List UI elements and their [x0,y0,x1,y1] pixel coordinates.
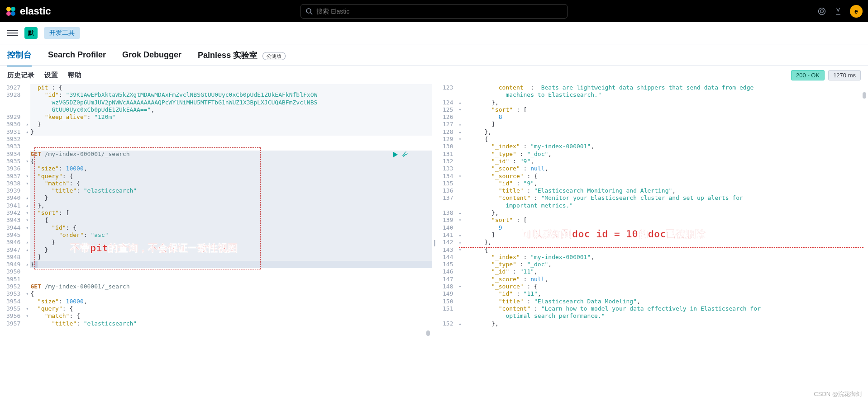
code-line: "content" : "Monitor your Elasticsearch … [463,194,868,202]
code-line: "id" : "11", [463,290,868,297]
code-line: content : Beats are lightweight data shi… [463,84,868,91]
code-line[interactable]: "match": { [30,312,432,320]
svg-line-1 [310,13,312,14]
request-actions [392,151,409,158]
code-line[interactable]: "id": "39K1AwEPbXktaW5kZXgtMDAwMDAxFmZvc… [30,91,432,99]
code-line: }, [463,128,868,136]
svg-point-0 [306,9,311,13]
search-input[interactable] [316,8,563,15]
code-line[interactable]: GET /my-index-000001/_search [30,283,432,290]
code-line[interactable] [30,268,432,275]
tab-search-profiler[interactable]: Search Profiler [48,45,106,65]
code-line[interactable]: } [30,261,432,268]
code-line[interactable]: "sort": [ [30,209,432,217]
wrench-icon[interactable] [402,151,409,158]
code-line: machines to Elasticsearch." [463,91,868,99]
code-line[interactable] [30,136,432,143]
code-line[interactable]: "size": 10000, [30,298,432,305]
code-line[interactable]: "order": "asc" [30,231,432,239]
console-workspace: 39273928 3929393039313932393339343935393… [0,84,868,401]
code-line[interactable]: pit : { [30,84,432,91]
code-line: ] [463,121,868,128]
elastic-logo[interactable]: elastic [5,5,51,17]
breadcrumb-devtools[interactable]: 开发工具 [44,27,80,39]
code-line[interactable]: "id": { [30,224,432,231]
code-line[interactable] [30,143,432,150]
run-icon[interactable] [392,151,399,158]
code-line: }, [463,99,868,106]
elastic-logo-icon [5,6,16,17]
response-scrollbar[interactable] [863,86,867,399]
request-editor[interactable]: 39273928 3929393039313932393339343935393… [0,84,432,401]
code-line: "_type" : "_doc", [463,151,868,158]
code-line: "_index" : "my-index-000001", [463,143,868,150]
code-line[interactable]: } [30,128,432,136]
watermark: CSDN @浣花御剑 [814,390,862,398]
panel-splitter[interactable] [432,84,436,401]
devtools-tabs: 控制台 Search Profiler Grok Debugger Painle… [0,44,868,66]
code-line[interactable]: ] [30,254,432,261]
code-line[interactable]: { [30,158,432,165]
code-line: "_index" : "my-index-000001", [463,254,868,261]
response-time-badge: 1270 ms [828,70,861,80]
code-line[interactable]: "title": "elasticsearch" [30,320,432,327]
code-line[interactable]: }, [30,202,432,209]
code-line: "title" : "Elasticsearch Monitoring and … [463,187,868,194]
code-line: optimal search performance." [463,312,868,320]
code-line[interactable]: } [30,121,432,128]
history-button[interactable]: 历史记录 [7,71,34,80]
code-line: "content" : "Learn how to model your dat… [463,305,868,312]
tab-grok-debugger[interactable]: Grok Debugger [122,45,181,65]
code-line: { [463,136,868,143]
code-line[interactable]: } [30,194,432,202]
code-line[interactable]: GtUU0Uyc0xCb0pUdE1ZUkEAAA==", [30,106,432,113]
tab-painless-lab[interactable]: Painless 实验室 公测版 [198,44,286,66]
setup-icon[interactable] [834,7,843,16]
code-line[interactable]: } [30,239,432,246]
code-line: "sort" : [ [463,217,868,224]
editor-scrollbar[interactable] [426,86,431,399]
space-badge[interactable]: 默 [24,27,38,39]
code-line: 8 [463,113,868,121]
global-search[interactable] [300,4,568,19]
code-line: 9 [463,224,868,231]
code-line[interactable]: "keep_alive": "120m" [30,113,432,121]
settings-button[interactable]: 设置 [44,71,58,80]
code-line[interactable]: "title": "elasticsearch" [30,187,432,194]
code-line: }, [463,239,868,246]
search-icon [305,8,313,15]
nav-toggle-button[interactable] [7,28,18,38]
code-line[interactable]: "query": { [30,305,432,312]
code-line: "_score" : null, [463,276,868,283]
brand-text: elastic [20,5,51,17]
help-button[interactable]: 帮助 [68,71,81,80]
code-line[interactable]: } [30,246,432,254]
code-line[interactable]: { [30,217,432,224]
code-line[interactable]: wzVG5DZ0p6UmJUV2pNWWcAAAAAAAAAQPcWYlNiMH… [30,99,432,106]
code-line: "id" : "9", [463,180,868,187]
svg-point-3 [820,9,824,13]
code-line: "_type" : "_doc", [463,261,868,268]
code-line[interactable]: "match": { [30,180,432,187]
code-line: }, [463,320,868,327]
beta-badge: 公测版 [262,52,286,60]
code-line: "_source" : { [463,283,868,290]
code-line[interactable]: { [30,290,432,297]
user-avatar[interactable]: e [850,5,863,18]
code-line[interactable]: "size": 10000, [30,165,432,172]
svg-point-2 [819,8,825,14]
code-line: "_score" : null, [463,165,868,172]
response-status-badge: 200 - OK [791,70,825,80]
code-line: "title" : "Elasticsearch Data Modeling", [463,298,868,305]
code-line: "_id" : "9", [463,158,868,165]
tab-console[interactable]: 控制台 [7,44,32,66]
code-line[interactable]: GET /my-index-000001/_search [30,151,432,158]
code-line[interactable]: "query": { [30,173,432,180]
news-icon[interactable] [817,7,826,16]
code-line: important metrics." [463,202,868,209]
code-line: "sort" : [ [463,106,868,113]
console-toolbar: 历史记录 设置 帮助 200 - OK 1270 ms [0,66,868,84]
response-viewer[interactable]: 123 124125126127128129130131132133134135… [436,84,868,401]
global-header: elastic e [0,0,868,22]
code-line[interactable] [30,276,432,283]
